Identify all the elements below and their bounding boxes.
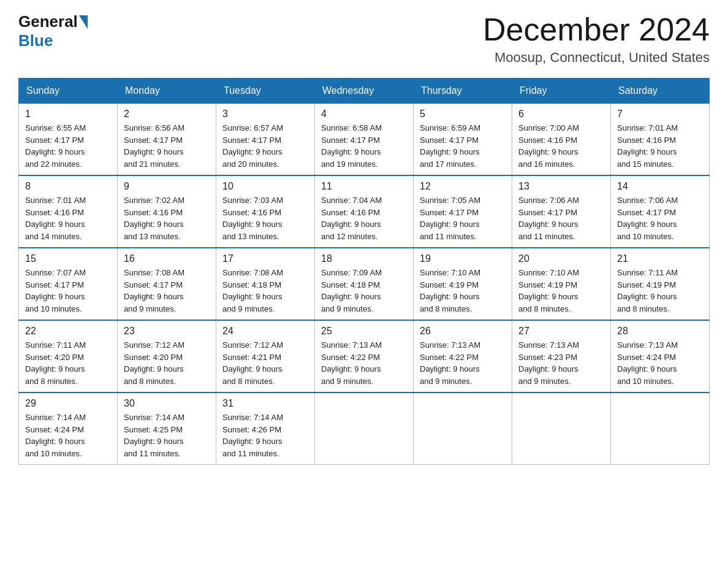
day-info: Sunrise: 6:55 AM Sunset: 4:17 PM Dayligh… [25, 122, 111, 170]
day-info: Sunrise: 7:02 AM Sunset: 4:16 PM Dayligh… [124, 194, 210, 242]
day-number: 3 [222, 109, 308, 120]
day-number: 10 [222, 181, 308, 192]
day-number: 25 [321, 326, 407, 337]
calendar-cell: 20 Sunrise: 7:10 AM Sunset: 4:19 PM Dayl… [512, 248, 611, 320]
day-number: 30 [124, 398, 210, 409]
month-title: December 2024 [483, 12, 710, 47]
day-info: Sunrise: 7:13 AM Sunset: 4:23 PM Dayligh… [518, 339, 604, 387]
day-number: 28 [617, 326, 703, 337]
day-number: 26 [420, 326, 506, 337]
title-block: December 2024 Moosup, Connecticut, Unite… [483, 12, 710, 66]
day-info: Sunrise: 7:08 AM Sunset: 4:17 PM Dayligh… [124, 267, 210, 315]
day-number: 23 [124, 326, 210, 337]
calendar-cell: 2 Sunrise: 6:56 AM Sunset: 4:17 PM Dayli… [118, 103, 216, 175]
day-info: Sunrise: 7:13 AM Sunset: 4:22 PM Dayligh… [321, 339, 407, 387]
calendar-cell: 18 Sunrise: 7:09 AM Sunset: 4:18 PM Dayl… [315, 248, 414, 320]
calendar-cell [315, 393, 414, 465]
day-number: 15 [25, 253, 111, 264]
day-info: Sunrise: 7:03 AM Sunset: 4:16 PM Dayligh… [222, 194, 308, 242]
logo-blue: Blue [18, 31, 53, 50]
day-number: 21 [617, 253, 703, 264]
calendar-cell: 26 Sunrise: 7:13 AM Sunset: 4:22 PM Dayl… [414, 320, 512, 393]
calendar-cell [512, 393, 611, 465]
day-number: 17 [222, 253, 308, 264]
day-info: Sunrise: 7:08 AM Sunset: 4:18 PM Dayligh… [222, 267, 308, 315]
calendar-cell: 24 Sunrise: 7:12 AM Sunset: 4:21 PM Dayl… [216, 320, 315, 393]
calendar-header-row: SundayMondayTuesdayWednesdayThursdayFrid… [19, 79, 710, 103]
calendar-cell: 10 Sunrise: 7:03 AM Sunset: 4:16 PM Dayl… [216, 175, 315, 248]
day-number: 29 [25, 398, 111, 409]
day-info: Sunrise: 7:12 AM Sunset: 4:21 PM Dayligh… [222, 339, 308, 387]
day-number: 6 [518, 109, 604, 120]
calendar-cell: 4 Sunrise: 6:58 AM Sunset: 4:17 PM Dayli… [315, 103, 414, 175]
day-number: 24 [222, 326, 308, 337]
calendar-cell: 21 Sunrise: 7:11 AM Sunset: 4:19 PM Dayl… [611, 248, 710, 320]
calendar-cell: 22 Sunrise: 7:11 AM Sunset: 4:20 PM Dayl… [19, 320, 118, 393]
calendar-cell: 31 Sunrise: 7:14 AM Sunset: 4:26 PM Dayl… [216, 393, 315, 465]
page-header: General Blue December 2024 Moosup, Conne… [18, 12, 710, 66]
calendar-cell: 9 Sunrise: 7:02 AM Sunset: 4:16 PM Dayli… [118, 175, 216, 248]
day-info: Sunrise: 6:56 AM Sunset: 4:17 PM Dayligh… [124, 122, 210, 170]
day-info: Sunrise: 7:13 AM Sunset: 4:24 PM Dayligh… [617, 339, 703, 387]
calendar-cell: 15 Sunrise: 7:07 AM Sunset: 4:17 PM Dayl… [19, 248, 118, 320]
day-info: Sunrise: 7:04 AM Sunset: 4:16 PM Dayligh… [321, 194, 407, 242]
day-info: Sunrise: 7:14 AM Sunset: 4:25 PM Dayligh… [124, 412, 210, 459]
day-info: Sunrise: 7:14 AM Sunset: 4:24 PM Dayligh… [25, 412, 111, 459]
day-number: 14 [617, 181, 703, 192]
weekday-header-monday: Monday [118, 79, 216, 103]
weekday-header-tuesday: Tuesday [216, 79, 315, 103]
day-number: 9 [124, 181, 210, 192]
day-number: 7 [617, 109, 703, 120]
calendar-table: SundayMondayTuesdayWednesdayThursdayFrid… [18, 78, 710, 465]
day-info: Sunrise: 7:11 AM Sunset: 4:19 PM Dayligh… [617, 267, 703, 315]
day-number: 22 [25, 326, 111, 337]
weekday-header-sunday: Sunday [19, 79, 118, 103]
day-info: Sunrise: 7:06 AM Sunset: 4:17 PM Dayligh… [617, 194, 703, 242]
day-number: 31 [222, 398, 308, 409]
day-number: 12 [420, 181, 506, 192]
day-info: Sunrise: 7:06 AM Sunset: 4:17 PM Dayligh… [518, 194, 604, 242]
calendar-cell: 13 Sunrise: 7:06 AM Sunset: 4:17 PM Dayl… [512, 175, 611, 248]
day-number: 13 [518, 181, 604, 192]
day-info: Sunrise: 6:57 AM Sunset: 4:17 PM Dayligh… [222, 122, 308, 170]
calendar-cell [414, 393, 512, 465]
day-info: Sunrise: 6:59 AM Sunset: 4:17 PM Dayligh… [420, 122, 506, 170]
day-info: Sunrise: 6:58 AM Sunset: 4:17 PM Dayligh… [321, 122, 407, 170]
calendar-cell [611, 393, 710, 465]
calendar-cell: 3 Sunrise: 6:57 AM Sunset: 4:17 PM Dayli… [216, 103, 315, 175]
day-number: 20 [518, 253, 604, 264]
calendar-cell: 25 Sunrise: 7:13 AM Sunset: 4:22 PM Dayl… [315, 320, 414, 393]
calendar-cell: 12 Sunrise: 7:05 AM Sunset: 4:17 PM Dayl… [414, 175, 512, 248]
day-info: Sunrise: 7:01 AM Sunset: 4:16 PM Dayligh… [617, 122, 703, 170]
calendar-cell: 8 Sunrise: 7:01 AM Sunset: 4:16 PM Dayli… [19, 175, 118, 248]
logo-general: General [18, 12, 78, 31]
day-number: 16 [124, 253, 210, 264]
calendar-cell: 27 Sunrise: 7:13 AM Sunset: 4:23 PM Dayl… [512, 320, 611, 393]
calendar-cell: 1 Sunrise: 6:55 AM Sunset: 4:17 PM Dayli… [19, 103, 118, 175]
calendar-week-row: 1 Sunrise: 6:55 AM Sunset: 4:17 PM Dayli… [19, 103, 710, 175]
calendar-cell: 7 Sunrise: 7:01 AM Sunset: 4:16 PM Dayli… [611, 103, 710, 175]
weekday-header-wednesday: Wednesday [315, 79, 414, 103]
day-number: 5 [420, 109, 506, 120]
day-info: Sunrise: 7:07 AM Sunset: 4:17 PM Dayligh… [25, 267, 111, 315]
day-info: Sunrise: 7:05 AM Sunset: 4:17 PM Dayligh… [420, 194, 506, 242]
day-number: 11 [321, 181, 407, 192]
weekday-header-saturday: Saturday [611, 79, 710, 103]
calendar-cell: 30 Sunrise: 7:14 AM Sunset: 4:25 PM Dayl… [118, 393, 216, 465]
calendar-cell: 17 Sunrise: 7:08 AM Sunset: 4:18 PM Dayl… [216, 248, 315, 320]
calendar-cell: 23 Sunrise: 7:12 AM Sunset: 4:20 PM Dayl… [118, 320, 216, 393]
day-info: Sunrise: 7:13 AM Sunset: 4:22 PM Dayligh… [420, 339, 506, 387]
day-number: 18 [321, 253, 407, 264]
day-info: Sunrise: 7:09 AM Sunset: 4:18 PM Dayligh… [321, 267, 407, 315]
weekday-header-friday: Friday [512, 79, 611, 103]
day-info: Sunrise: 7:01 AM Sunset: 4:16 PM Dayligh… [25, 194, 111, 242]
calendar-cell: 6 Sunrise: 7:00 AM Sunset: 4:16 PM Dayli… [512, 103, 611, 175]
calendar-week-row: 29 Sunrise: 7:14 AM Sunset: 4:24 PM Dayl… [19, 393, 710, 465]
calendar-cell: 19 Sunrise: 7:10 AM Sunset: 4:19 PM Dayl… [414, 248, 512, 320]
logo: General Blue [18, 12, 89, 50]
calendar-week-row: 15 Sunrise: 7:07 AM Sunset: 4:17 PM Dayl… [19, 248, 710, 320]
calendar-week-row: 8 Sunrise: 7:01 AM Sunset: 4:16 PM Dayli… [19, 175, 710, 248]
day-number: 4 [321, 109, 407, 120]
day-number: 1 [25, 109, 111, 120]
calendar-cell: 29 Sunrise: 7:14 AM Sunset: 4:24 PM Dayl… [19, 393, 118, 465]
